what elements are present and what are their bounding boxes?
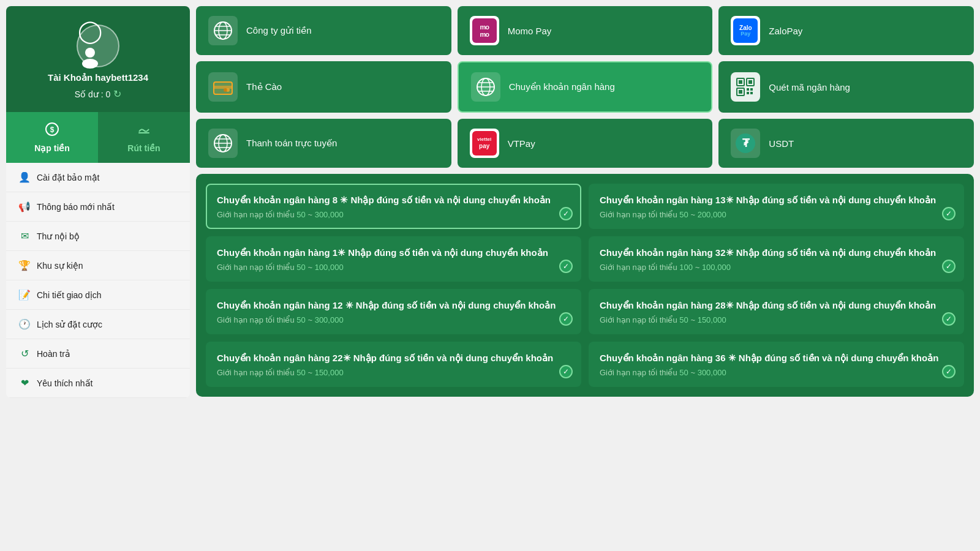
bank-card-13-limit: Giới hạn nạp tối thiểu 50 ~ 200,000	[600, 210, 953, 219]
bank-card-8-title: Chuyển khoản ngân hàng 8 ✳ Nhập đúng số …	[217, 193, 570, 206]
sidebar-tabs: $ Nạp tiền Rút tiền	[6, 112, 190, 163]
bank-card-12-check: ✓	[559, 312, 573, 326]
payment-zalopay[interactable]: Zalo Pay ZaloPay	[718, 6, 974, 55]
refresh-button[interactable]: ↻	[113, 88, 121, 100]
svg-rect-25	[747, 88, 749, 91]
bank-card-1-limit: Giới hạn nạp tối thiểu 50 ~ 100,000	[217, 263, 570, 272]
mail-icon: ✉	[18, 230, 31, 242]
sidebar-item-internal-mail[interactable]: ✉ Thư nội bộ	[6, 222, 190, 251]
username-label: Tài Khoản haybett1234	[48, 72, 148, 83]
bank-card-1-title: Chuyển khoản ngân hàng 1✳ Nhập đúng số t…	[217, 246, 570, 259]
payment-qr-bank[interactable]: Quét mã ngân hàng	[718, 61, 974, 113]
payment-method-grid: Công ty gửi tiền mo mo Momo Pay Zalo Pay	[196, 6, 974, 168]
main-content: Công ty gửi tiền mo mo Momo Pay Zalo Pay	[196, 6, 974, 398]
bank-card-28-limit: Giới hạn nạp tối thiểu 50 ~ 150,000	[600, 315, 953, 324]
usdt-label: USDT	[769, 138, 794, 149]
sidebar-item-favorites[interactable]: ❤ Yêu thích nhất	[6, 369, 190, 398]
notification-label: Thông báo mới nhất	[37, 202, 115, 212]
bank-card-28-check: ✓	[942, 312, 956, 326]
momo-icon: mo mo	[470, 16, 499, 45]
sidebar-item-notifications[interactable]: 📢 Thông báo mới nhất	[6, 192, 190, 222]
svg-rect-26	[750, 88, 753, 91]
withdraw-icon	[137, 122, 151, 140]
payment-the-cao[interactable]: Thẻ Cào	[196, 61, 451, 113]
payment-online[interactable]: Thanh toán trực tuyến	[196, 119, 451, 168]
zalopay-label: ZaloPay	[769, 26, 802, 36]
globe-icon-wrap	[208, 16, 238, 45]
bank-card-12-title: Chuyển khoản ngân hàng 12 ✳ Nhập đúng số…	[217, 299, 570, 312]
bank-card-32[interactable]: Chuyển khoản ngân hàng 32✳ Nhập đúng số …	[589, 236, 964, 282]
svg-rect-20	[739, 80, 742, 84]
security-icon: 👤	[18, 171, 31, 183]
tab-rut-label: Rút tiền	[127, 143, 160, 153]
bank-card-1[interactable]: Chuyển khoản ngân hàng 1✳ Nhập đúng số t…	[206, 236, 581, 282]
favorites-label: Yêu thích nhất	[37, 378, 93, 388]
sidebar-item-security[interactable]: 👤 Cài đặt bảo mật	[6, 163, 190, 192]
qr-bank-label: Quét mã ngân hàng	[769, 82, 850, 92]
tab-nap-tien[interactable]: $ Nạp tiền	[6, 112, 98, 163]
payment-bank-transfer[interactable]: Chuyển khoản ngân hàng	[458, 61, 713, 113]
bank-card-12[interactable]: Chuyển khoản ngân hàng 12 ✳ Nhập đúng số…	[206, 289, 581, 334]
refund-label: Hoàn trả	[37, 349, 70, 359]
balance-display: Số dư : 0 ↻	[75, 88, 121, 100]
company-transfer-label: Công ty gửi tiền	[246, 25, 312, 36]
bank-card-8[interactable]: Chuyển khoản ngân hàng 8 ✳ Nhập đúng số …	[206, 184, 581, 229]
svg-rect-27	[747, 92, 749, 94]
bank-card-36-check: ✓	[942, 365, 956, 378]
bank-card-12-limit: Giới hạn nạp tối thiểu 50 ~ 300,000	[217, 315, 570, 324]
momo-label: Momo Pay	[508, 26, 552, 36]
payment-company-transfer[interactable]: Công ty gửi tiền	[196, 6, 451, 55]
payment-momo[interactable]: mo mo Momo Pay	[458, 6, 713, 55]
bet-history-label: Lịch sử đặt cược	[37, 320, 102, 329]
bank-card-8-limit: Giới hạn nạp tối thiểu 50 ~ 300,000	[217, 210, 570, 219]
svg-point-1	[82, 59, 98, 69]
qr-icon-wrap	[731, 72, 760, 102]
bank-card-32-limit: Giới hạn nạp tối thiểu 100 ~ 100,000	[600, 263, 953, 272]
bank-card-32-title: Chuyển khoản ngân hàng 32✳ Nhập đúng số …	[600, 246, 953, 259]
sidebar-menu: 👤 Cài đặt bảo mật 📢 Thông báo mới nhất ✉…	[6, 163, 190, 398]
security-label: Cài đặt bảo mật	[37, 173, 99, 182]
tab-rut-tien[interactable]: Rút tiền	[98, 112, 190, 163]
bank-card-22-check: ✓	[559, 365, 573, 378]
bank-card-28-title: Chuyển khoản ngân hàng 28✳ Nhập đúng số …	[600, 299, 953, 312]
bank-card-8-check: ✓	[559, 207, 573, 220]
sidebar-item-transactions[interactable]: 📝 Chi tiết giao dịch	[6, 280, 190, 310]
sidebar-item-events[interactable]: 🏆 Khu sự kiện	[6, 251, 190, 280]
the-cao-label: Thẻ Cào	[246, 81, 282, 92]
vtpay-label: VTPay	[508, 138, 535, 149]
bank-transfer-label: Chuyển khoản ngân hàng	[509, 81, 615, 92]
notification-icon: 📢	[18, 201, 31, 212]
bank-card-22[interactable]: Chuyển khoản ngân hàng 22✳ Nhập đúng số …	[206, 342, 581, 387]
bank-card-13[interactable]: Chuyển khoản ngân hàng 13✳ Nhập đúng số …	[589, 184, 964, 229]
sidebar-item-bet-history[interactable]: 🕐 Lịch sử đặt cược	[6, 310, 190, 339]
svg-rect-22	[748, 80, 752, 84]
tab-nap-label: Nạp tiền	[34, 143, 70, 153]
sidebar-header: ◯ Tài Khoản haybett1234 Số dư : 0 ↻	[6, 6, 190, 112]
vtpay-icon: viettel pay	[470, 129, 499, 158]
bank-card-36-title: Chuyển khoản ngân hàng 36 ✳ Nhập đúng số…	[600, 351, 953, 364]
payment-usdt[interactable]: ₮ USDT	[718, 119, 974, 168]
bank-card-28[interactable]: Chuyển khoản ngân hàng 28✳ Nhập đúng số …	[589, 289, 964, 334]
bank-card-1-check: ✓	[559, 260, 573, 273]
bank-card-13-check: ✓	[942, 207, 956, 220]
svg-rect-28	[750, 92, 753, 94]
deposit-icon: $	[45, 122, 59, 140]
bank-card-32-check: ✓	[942, 260, 956, 273]
bank-card-36[interactable]: Chuyển khoản ngân hàng 36 ✳ Nhập đúng số…	[589, 342, 964, 387]
svg-rect-4	[138, 132, 149, 133]
online-payment-label: Thanh toán trực tuyến	[246, 138, 337, 149]
usdt-icon: ₮	[731, 129, 760, 158]
bank-card-36-limit: Giới hạn nạp tối thiểu 50 ~ 300,000	[600, 368, 953, 377]
sidebar-item-refund[interactable]: ↺ Hoàn trả	[6, 339, 190, 369]
balance-text: Số dư : 0	[75, 89, 110, 99]
bank-card-13-title: Chuyển khoản ngân hàng 13✳ Nhập đúng số …	[600, 193, 953, 206]
refund-icon: ↺	[18, 348, 31, 359]
bank-card-22-limit: Giới hạn nạp tối thiểu 50 ~ 150,000	[217, 368, 570, 377]
payment-vtpay[interactable]: viettel pay VTPay	[458, 119, 713, 168]
heart-icon: ❤	[18, 377, 31, 389]
svg-point-0	[85, 48, 95, 58]
transaction-icon: 📝	[18, 289, 31, 301]
sidebar: ◯ Tài Khoản haybett1234 Số dư : 0 ↻	[6, 6, 190, 398]
trophy-icon: 🏆	[18, 260, 31, 271]
events-label: Khu sự kiện	[37, 261, 83, 271]
